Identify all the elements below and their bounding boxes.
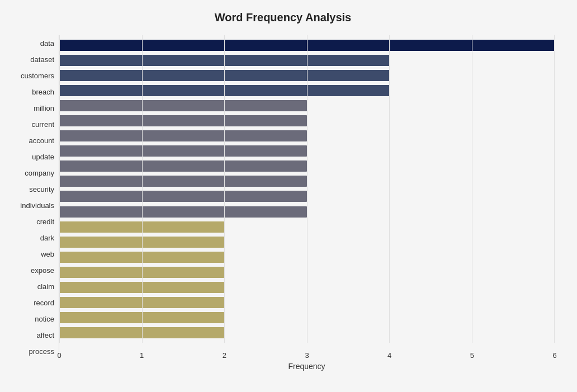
bar xyxy=(59,327,224,338)
y-label: credit xyxy=(36,214,54,229)
x-axis-labels: 0123456 xyxy=(59,343,555,360)
bar-row xyxy=(59,174,555,189)
bar-row xyxy=(59,159,555,174)
bar-row xyxy=(59,280,555,295)
chart-area: datadatasetcustomersbreachmillioncurrent… xyxy=(11,35,555,360)
bar-row xyxy=(59,68,555,83)
bars-area: 0123456 xyxy=(59,35,555,360)
bar-row xyxy=(59,295,555,310)
y-label: dataset xyxy=(30,52,54,67)
x-tick-label: 6 xyxy=(552,351,556,360)
bar xyxy=(59,55,390,66)
y-label: affect xyxy=(36,328,54,343)
bar xyxy=(59,252,224,263)
bar-row xyxy=(59,144,555,159)
bars-inner xyxy=(59,35,555,343)
bar-row xyxy=(59,325,555,341)
bar-row xyxy=(59,83,555,98)
y-label: customers xyxy=(21,68,54,83)
bar xyxy=(59,297,224,308)
bar-row xyxy=(59,114,555,129)
x-tick-label: 1 xyxy=(140,351,144,360)
x-axis-title: Frequency xyxy=(59,362,555,371)
bar-row xyxy=(59,249,555,265)
y-label: notice xyxy=(35,311,54,327)
bar xyxy=(59,145,307,157)
bar-row xyxy=(59,189,555,204)
bar xyxy=(59,282,224,293)
bar xyxy=(59,85,390,96)
bar-row xyxy=(59,219,555,234)
chart-container: Word Frequency Analysis datadatasetcusto… xyxy=(0,0,577,392)
bar xyxy=(59,312,224,323)
bar xyxy=(59,115,307,126)
x-tick-label: 4 xyxy=(387,351,391,360)
y-label: web xyxy=(41,247,54,262)
bar-row xyxy=(59,129,555,144)
y-label: breach xyxy=(32,84,54,100)
y-label: company xyxy=(25,166,54,181)
bar xyxy=(59,267,224,278)
y-label: individuals xyxy=(20,198,54,213)
y-label: dark xyxy=(40,230,54,245)
bar xyxy=(59,221,224,233)
bar-row xyxy=(59,53,555,68)
bar xyxy=(59,206,307,218)
y-label: data xyxy=(40,36,54,51)
y-label: expose xyxy=(31,263,54,278)
bar-row xyxy=(59,37,555,53)
bar xyxy=(59,191,307,202)
y-label: update xyxy=(32,149,54,164)
bar xyxy=(59,130,307,141)
x-tick-label: 3 xyxy=(305,351,309,360)
bar-row xyxy=(59,98,555,113)
bar-row xyxy=(59,204,555,219)
bar-row xyxy=(59,310,555,325)
y-label: million xyxy=(34,101,54,116)
y-label: current xyxy=(32,117,54,132)
y-label: claim xyxy=(37,279,54,294)
chart-title: Word Frequency Analysis xyxy=(11,11,555,24)
bar-row xyxy=(59,234,555,249)
y-label: account xyxy=(29,133,54,148)
bar xyxy=(59,160,307,172)
bar-row xyxy=(59,265,555,280)
x-tick-label: 2 xyxy=(223,351,226,360)
y-label: process xyxy=(29,344,54,359)
y-axis-labels: datadatasetcustomersbreachmillioncurrent… xyxy=(11,35,59,360)
bar xyxy=(59,100,307,111)
bar xyxy=(59,70,390,81)
x-tick-label: 5 xyxy=(470,351,474,360)
y-label: security xyxy=(29,182,54,197)
y-label: record xyxy=(34,295,54,310)
bar xyxy=(59,176,307,187)
bar xyxy=(59,40,555,51)
bar xyxy=(59,237,224,248)
x-tick-label: 0 xyxy=(57,351,61,360)
